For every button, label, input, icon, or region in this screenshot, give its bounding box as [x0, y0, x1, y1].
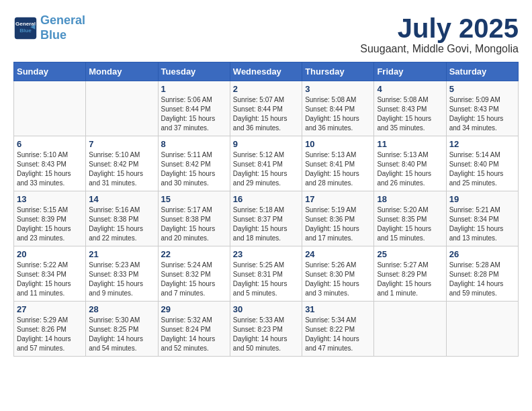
calendar-day-cell: 18Sunrise: 5:20 AM Sunset: 8:35 PM Dayli…: [374, 191, 446, 246]
calendar-day-cell: 30Sunrise: 5:33 AM Sunset: 8:23 PM Dayli…: [230, 302, 302, 357]
day-number: 31: [305, 304, 371, 314]
day-number: 11: [377, 139, 443, 149]
day-number: 14: [89, 194, 154, 204]
day-number: 25: [377, 249, 443, 259]
month-title: July 2025: [360, 13, 519, 43]
calendar-day-cell: 1Sunrise: 5:06 AM Sunset: 8:44 PM Daylig…: [158, 81, 230, 136]
weekday-header-friday: Friday: [374, 62, 446, 81]
weekday-header-sunday: Sunday: [14, 62, 86, 81]
calendar-day-cell: [86, 81, 158, 136]
svg-text:Blue: Blue: [19, 28, 32, 34]
day-info: Sunrise: 5:29 AM Sunset: 8:26 PM Dayligh…: [17, 316, 83, 353]
day-info: Sunrise: 5:10 AM Sunset: 8:42 PM Dayligh…: [89, 150, 154, 188]
day-info: Sunrise: 5:12 AM Sunset: 8:41 PM Dayligh…: [233, 150, 299, 188]
day-info: Sunrise: 5:20 AM Sunset: 8:35 PM Dayligh…: [377, 205, 443, 243]
day-info: Sunrise: 5:33 AM Sunset: 8:23 PM Dayligh…: [233, 316, 299, 353]
day-number: 15: [161, 194, 227, 204]
day-info: Sunrise: 5:15 AM Sunset: 8:39 PM Dayligh…: [17, 205, 83, 243]
day-number: 6: [17, 139, 83, 149]
logo: General Blue General Blue: [13, 13, 85, 42]
day-number: 7: [89, 139, 154, 149]
calendar-day-cell: [374, 302, 446, 357]
day-number: 17: [305, 194, 371, 204]
calendar-day-cell: [14, 81, 86, 136]
calendar-day-cell: 9Sunrise: 5:12 AM Sunset: 8:41 PM Daylig…: [230, 136, 302, 191]
day-info: Sunrise: 5:19 AM Sunset: 8:36 PM Dayligh…: [305, 205, 371, 243]
calendar-day-cell: 16Sunrise: 5:18 AM Sunset: 8:37 PM Dayli…: [230, 191, 302, 246]
calendar-day-cell: 29Sunrise: 5:32 AM Sunset: 8:24 PM Dayli…: [158, 302, 230, 357]
calendar-day-cell: 2Sunrise: 5:07 AM Sunset: 8:44 PM Daylig…: [230, 81, 302, 136]
day-info: Sunrise: 5:10 AM Sunset: 8:43 PM Dayligh…: [17, 150, 83, 188]
day-info: Sunrise: 5:25 AM Sunset: 8:31 PM Dayligh…: [233, 261, 299, 298]
calendar-day-cell: 25Sunrise: 5:27 AM Sunset: 8:29 PM Dayli…: [374, 246, 446, 302]
calendar-day-cell: 12Sunrise: 5:14 AM Sunset: 8:40 PM Dayli…: [446, 136, 518, 191]
calendar-day-cell: 8Sunrise: 5:11 AM Sunset: 8:42 PM Daylig…: [158, 136, 230, 191]
day-info: Sunrise: 5:08 AM Sunset: 8:43 PM Dayligh…: [377, 95, 443, 133]
day-number: 3: [305, 84, 371, 94]
day-number: 29: [161, 304, 227, 314]
day-number: 5: [449, 84, 515, 94]
day-info: Sunrise: 5:08 AM Sunset: 8:44 PM Dayligh…: [305, 95, 371, 133]
day-info: Sunrise: 5:32 AM Sunset: 8:24 PM Dayligh…: [161, 316, 227, 353]
day-info: Sunrise: 5:28 AM Sunset: 8:28 PM Dayligh…: [449, 261, 515, 298]
day-number: 2: [233, 84, 299, 94]
day-info: Sunrise: 5:30 AM Sunset: 8:25 PM Dayligh…: [89, 316, 154, 353]
weekday-header-monday: Monday: [86, 62, 158, 81]
logo-line2: Blue: [40, 28, 66, 42]
calendar-day-cell: 20Sunrise: 5:22 AM Sunset: 8:34 PM Dayli…: [14, 246, 86, 302]
calendar-week-row: 27Sunrise: 5:29 AM Sunset: 8:26 PM Dayli…: [14, 302, 519, 357]
day-number: 23: [233, 249, 299, 259]
calendar-day-cell: 14Sunrise: 5:16 AM Sunset: 8:38 PM Dayli…: [86, 191, 158, 246]
calendar-day-cell: 4Sunrise: 5:08 AM Sunset: 8:43 PM Daylig…: [374, 81, 446, 136]
calendar-day-cell: 10Sunrise: 5:13 AM Sunset: 8:41 PM Dayli…: [302, 136, 374, 191]
day-info: Sunrise: 5:17 AM Sunset: 8:38 PM Dayligh…: [161, 205, 227, 243]
day-number: 26: [449, 249, 515, 259]
weekday-header-thursday: Thursday: [302, 62, 374, 81]
day-info: Sunrise: 5:23 AM Sunset: 8:33 PM Dayligh…: [89, 261, 154, 298]
calendar-day-cell: 21Sunrise: 5:23 AM Sunset: 8:33 PM Dayli…: [86, 246, 158, 302]
logo-icon: General Blue: [13, 16, 38, 40]
weekday-header-wednesday: Wednesday: [230, 62, 302, 81]
calendar-day-cell: 23Sunrise: 5:25 AM Sunset: 8:31 PM Dayli…: [230, 246, 302, 302]
day-number: 22: [161, 249, 227, 259]
calendar-day-cell: 6Sunrise: 5:10 AM Sunset: 8:43 PM Daylig…: [14, 136, 86, 191]
calendar-day-cell: 27Sunrise: 5:29 AM Sunset: 8:26 PM Dayli…: [14, 302, 86, 357]
day-info: Sunrise: 5:09 AM Sunset: 8:43 PM Dayligh…: [449, 95, 515, 133]
day-info: Sunrise: 5:13 AM Sunset: 8:41 PM Dayligh…: [305, 150, 371, 188]
day-number: 10: [305, 139, 371, 149]
calendar-day-cell: 22Sunrise: 5:24 AM Sunset: 8:32 PM Dayli…: [158, 246, 230, 302]
weekday-header-row: SundayMondayTuesdayWednesdayThursdayFrid…: [14, 62, 519, 81]
calendar-day-cell: 28Sunrise: 5:30 AM Sunset: 8:25 PM Dayli…: [86, 302, 158, 357]
calendar-day-cell: 26Sunrise: 5:28 AM Sunset: 8:28 PM Dayli…: [446, 246, 518, 302]
weekday-header-saturday: Saturday: [446, 62, 518, 81]
calendar-week-row: 6Sunrise: 5:10 AM Sunset: 8:43 PM Daylig…: [14, 136, 519, 191]
day-info: Sunrise: 5:24 AM Sunset: 8:32 PM Dayligh…: [161, 261, 227, 298]
calendar-day-cell: 15Sunrise: 5:17 AM Sunset: 8:38 PM Dayli…: [158, 191, 230, 246]
header: General Blue General Blue July 2025 Suug…: [13, 13, 519, 55]
day-number: 21: [89, 249, 154, 259]
day-info: Sunrise: 5:11 AM Sunset: 8:42 PM Dayligh…: [161, 150, 227, 188]
day-info: Sunrise: 5:27 AM Sunset: 8:29 PM Dayligh…: [377, 261, 443, 298]
day-info: Sunrise: 5:14 AM Sunset: 8:40 PM Dayligh…: [449, 150, 515, 188]
day-info: Sunrise: 5:16 AM Sunset: 8:38 PM Dayligh…: [89, 205, 154, 243]
logo-line1: General: [40, 13, 85, 27]
calendar-day-cell: 31Sunrise: 5:34 AM Sunset: 8:22 PM Dayli…: [302, 302, 374, 357]
day-number: 27: [17, 304, 83, 314]
calendar-week-row: 1Sunrise: 5:06 AM Sunset: 8:44 PM Daylig…: [14, 81, 519, 136]
day-number: 16: [233, 194, 299, 204]
day-info: Sunrise: 5:22 AM Sunset: 8:34 PM Dayligh…: [17, 261, 83, 298]
day-info: Sunrise: 5:34 AM Sunset: 8:22 PM Dayligh…: [305, 316, 371, 353]
calendar-day-cell: 3Sunrise: 5:08 AM Sunset: 8:44 PM Daylig…: [302, 81, 374, 136]
calendar-day-cell: 13Sunrise: 5:15 AM Sunset: 8:39 PM Dayli…: [14, 191, 86, 246]
calendar-week-row: 13Sunrise: 5:15 AM Sunset: 8:39 PM Dayli…: [14, 191, 519, 246]
day-info: Sunrise: 5:26 AM Sunset: 8:30 PM Dayligh…: [305, 261, 371, 298]
calendar-table: SundayMondayTuesdayWednesdayThursdayFrid…: [13, 62, 519, 357]
day-number: 18: [377, 194, 443, 204]
calendar-day-cell: 5Sunrise: 5:09 AM Sunset: 8:43 PM Daylig…: [446, 81, 518, 136]
logo-text: General Blue: [40, 13, 85, 42]
day-number: 1: [161, 84, 227, 94]
day-number: 4: [377, 84, 443, 94]
day-number: 12: [449, 139, 515, 149]
day-number: 20: [17, 249, 83, 259]
calendar-week-row: 20Sunrise: 5:22 AM Sunset: 8:34 PM Dayli…: [14, 246, 519, 302]
